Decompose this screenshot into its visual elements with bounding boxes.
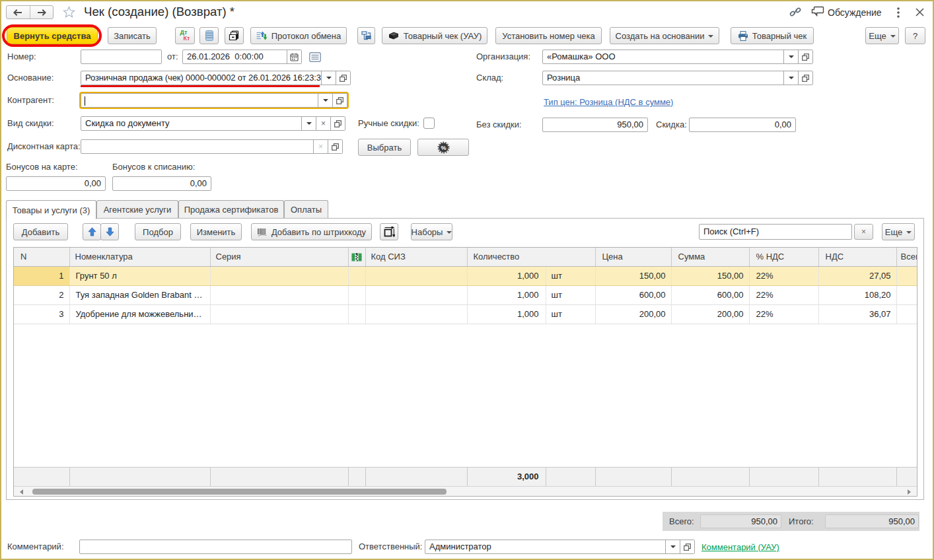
col-header-marking[interactable] [348,248,365,266]
discussion-icon[interactable] [811,6,824,18]
bonus-to-spend-input[interactable]: 0,00 [112,176,211,191]
cell-quantity[interactable]: 1,000 [467,266,546,285]
calendar-picker-button[interactable] [287,50,301,63]
cell-quantity[interactable]: 1,000 [467,285,546,304]
warehouse-open-button[interactable] [798,71,812,85]
col-header-series[interactable]: Серия [210,248,348,266]
kebab-menu-icon[interactable] [897,7,900,18]
add-by-barcode-button[interactable]: Добавить по штрихкоду [251,223,372,240]
cell-marking[interactable] [348,266,365,285]
cell-n[interactable]: 1 [14,266,69,285]
cell-vat-percent[interactable]: 22% [749,304,818,324]
responsible-open-button[interactable] [680,540,694,553]
search-input[interactable]: Поиск (Ctrl+F) [699,224,852,240]
close-icon[interactable] [916,8,924,17]
bonus-on-card-input[interactable]: 0,00 [6,176,106,191]
basis-dropdown-button[interactable] [321,71,336,85]
cell-nomenclature[interactable]: Грунт 50 л [69,266,210,285]
exchange-protocol-button[interactable]: Протокол обмена [250,27,347,44]
cell-n[interactable]: 2 [14,285,69,304]
responsible-dropdown-button[interactable] [665,540,680,553]
without-discount-input[interactable]: 950,00 [542,118,648,132]
cell-unit[interactable]: шт [546,304,595,324]
discount-card-input[interactable]: × [81,139,343,154]
set-receipt-number-button[interactable]: Установить номер чека [495,27,602,44]
table-row[interactable]: 2 Туя западная Golden Brabant … 1,000 шт… [14,285,917,304]
cell-marking[interactable] [348,285,365,304]
tab-payments[interactable]: Оплаты [284,200,328,218]
help-button[interactable]: ? [905,27,925,44]
discount-kind-clear-button[interactable]: × [316,117,330,130]
cell-vat[interactable]: 108,20 [818,285,896,304]
cell-series[interactable] [210,304,348,324]
discount-kind-open-button[interactable] [330,117,345,130]
cell-price[interactable]: 600,00 [595,285,671,304]
col-header-quantity[interactable]: Количество [467,248,595,266]
cell-total[interactable] [896,304,917,324]
date-input[interactable]: 26.01.2026 0:00:00 [182,50,302,64]
scroll-left-icon[interactable] [20,489,23,495]
table-more-button[interactable]: Еще [882,223,915,240]
cell-sum[interactable]: 600,00 [671,285,749,304]
responsible-input[interactable]: Администратор [425,540,695,554]
discount-card-open-button[interactable] [328,140,342,153]
comment-input[interactable] [79,540,352,554]
document-journal-button[interactable] [308,52,322,63]
refund-button[interactable]: Вернуть средства [7,27,98,44]
organization-open-button[interactable] [798,50,812,63]
receipt-uau-button[interactable]: Товарный чек (УАУ) [382,27,487,44]
edit-row-button[interactable]: Изменить [190,223,242,240]
more-button[interactable]: Еще [865,27,899,44]
card-file-button[interactable] [225,27,244,44]
cell-total[interactable] [896,285,917,304]
move-up-button[interactable] [83,223,101,240]
cell-siz-code[interactable] [365,304,467,324]
organization-input[interactable]: «Ромашка» ООО [542,50,813,64]
cell-nomenclature[interactable]: Туя западная Golden Brabant … [69,285,210,304]
tab-goods-services[interactable]: Товары и услуги (3) [6,200,96,219]
cell-vat[interactable]: 27,05 [818,266,896,285]
discount-card-clear-button[interactable]: × [313,140,328,153]
related-documents-button[interactable] [357,27,375,44]
comment-uau-link[interactable]: Комментарий (УАУ) [701,542,779,552]
discount-input[interactable]: 0,00 [689,118,796,132]
back-button[interactable] [7,6,30,18]
col-header-vat-percent[interactable]: % НДС [749,248,818,266]
choose-card-button[interactable]: Выбрать [358,139,411,156]
save-button[interactable]: Записать [108,27,157,44]
organization-dropdown-button[interactable] [783,50,798,63]
warehouse-input[interactable]: Розница [542,71,813,85]
cell-sum[interactable]: 200,00 [671,304,749,324]
register-records-button[interactable] [199,27,219,44]
cell-vat-percent[interactable]: 22% [749,266,818,285]
counterparty-open-button[interactable] [332,94,347,107]
cell-unit[interactable]: шт [546,266,595,285]
cell-series[interactable] [210,266,348,285]
search-clear-button[interactable]: × [854,224,873,240]
col-header-sum[interactable]: Сумма [671,248,749,266]
col-header-siz-code[interactable]: Код СИЗ [365,248,467,266]
tab-agent-services[interactable]: Агентские услуги [96,200,178,218]
auto-fit-columns-button[interactable] [380,223,398,240]
cell-total[interactable] [896,266,917,285]
pick-button[interactable]: Подбор [135,223,181,240]
tab-certificates[interactable]: Продажа сертификатов [178,200,284,218]
scrollbar-thumb[interactable] [32,489,447,495]
discussion-label[interactable]: Обсуждение [828,7,882,18]
cell-nomenclature[interactable]: Удобрение для можжевельни… [69,304,210,324]
cell-unit[interactable]: шт [546,285,595,304]
price-type-link[interactable]: Тип цен: Розница (НДС в сумме) [544,97,673,107]
cell-siz-code[interactable] [365,285,467,304]
table-row[interactable]: 3 Удобрение для можжевельни… 1,000 шт 20… [14,304,917,324]
cell-siz-code[interactable] [365,266,467,285]
sets-button[interactable]: Наборы [411,223,452,240]
favorite-star-icon[interactable] [63,6,75,18]
cell-n[interactable]: 3 [14,304,69,324]
cell-quantity[interactable]: 1,000 [467,304,546,324]
forward-button[interactable] [30,6,54,18]
discount-kind-dropdown-button[interactable] [301,117,316,130]
cell-price[interactable]: 200,00 [595,304,671,324]
move-down-button[interactable] [100,223,119,240]
cell-price[interactable]: 150,00 [595,266,671,285]
cell-marking[interactable] [348,304,365,324]
